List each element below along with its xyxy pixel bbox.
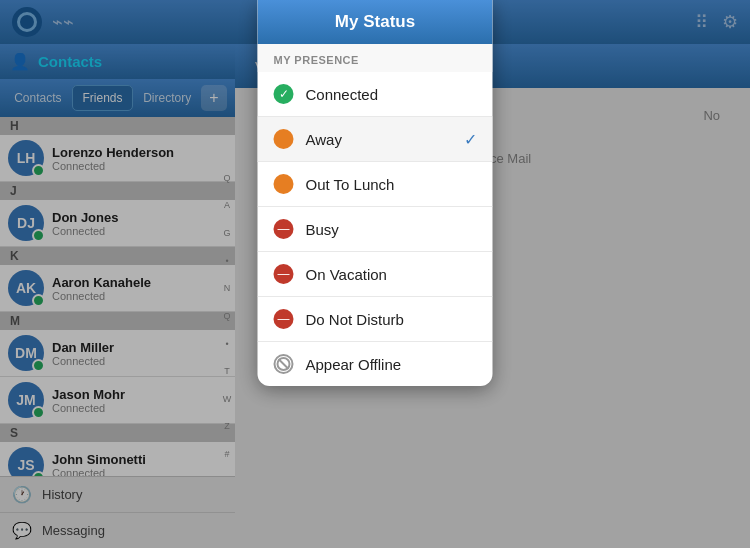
modal-title: My Status (335, 12, 415, 32)
out-to-lunch-dot (274, 174, 294, 194)
away-checkmark: ✓ (464, 130, 477, 149)
status-option-connected[interactable]: ✓ Connected (258, 72, 493, 117)
connected-dot: ✓ (274, 84, 294, 104)
status-option-appear-offline[interactable]: Appear Offline (258, 342, 493, 386)
modal-section-label: MY PRESENCE (258, 44, 493, 72)
status-option-out-to-lunch[interactable]: Out To Lunch (258, 162, 493, 207)
do-not-disturb-label: Do Not Disturb (306, 311, 477, 328)
status-option-do-not-disturb[interactable]: — Do Not Disturb (258, 297, 493, 342)
connected-label: Connected (306, 86, 477, 103)
modal-header: My Status (258, 0, 493, 44)
away-dot (274, 129, 294, 149)
status-option-away[interactable]: Away ✓ (258, 117, 493, 162)
status-option-on-vacation[interactable]: — On Vacation (258, 252, 493, 297)
out-to-lunch-label: Out To Lunch (306, 176, 477, 193)
status-modal: My Status MY PRESENCE ✓ Connected Away ✓… (258, 0, 493, 386)
on-vacation-dot: — (274, 264, 294, 284)
svg-line-1 (279, 359, 289, 369)
away-label: Away (306, 131, 452, 148)
on-vacation-label: On Vacation (306, 266, 477, 283)
do-not-disturb-dot: — (274, 309, 294, 329)
status-option-busy[interactable]: — Busy (258, 207, 493, 252)
busy-dot: — (274, 219, 294, 239)
busy-label: Busy (306, 221, 477, 238)
appear-offline-label: Appear Offline (306, 356, 477, 373)
appear-offline-dot (274, 354, 294, 374)
